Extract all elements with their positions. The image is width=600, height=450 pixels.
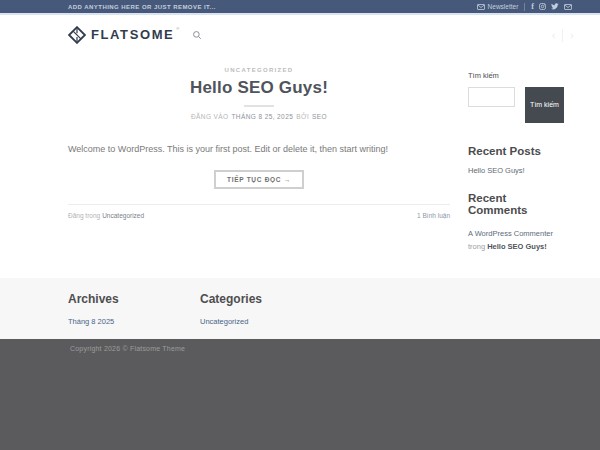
posted-in: Đăng trongUncategorized [68, 212, 146, 219]
topbar: ADD ANYTHING HERE OR JUST REMOVE IT... N… [0, 0, 600, 13]
site-logo[interactable]: FLATSOME ® [68, 26, 179, 44]
topbar-social: f [531, 3, 572, 11]
sidebar: Tìm kiếm Tìm kiếm Recent Posts Hello SEO… [468, 71, 568, 253]
sidebar-search-input[interactable] [468, 87, 515, 107]
absolute-footer: Copyright 2026 © Flatsome Theme [0, 339, 600, 450]
posted-prefix: ĐĂNG VÀO [191, 113, 229, 120]
footer-categories-widget: Categories Uncategorized [200, 292, 332, 326]
by-label: BỞI [296, 113, 309, 120]
site-header: FLATSOME ® ‹ › [0, 15, 600, 55]
chevron-right-icon[interactable]: › [570, 29, 574, 41]
recent-post-link[interactable]: Hello SEO Guys! [468, 166, 568, 175]
post-article: UNCATEGORIZED Hello SEO Guys! ĐĂNG VÀOTH… [68, 67, 450, 253]
email-icon[interactable] [564, 4, 572, 10]
recent-comment-item: A WordPress Commenter trong Hello SEO Gu… [468, 227, 568, 253]
header-secondary-controls: ‹ › [552, 15, 574, 55]
header-divider [562, 29, 563, 42]
footer-widgets: Archives Tháng 8 2025 Categories Uncateg… [0, 278, 600, 339]
post-meta: ĐĂNG VÀOTHÁNG 8 25, 2025BỞISEO [68, 113, 450, 120]
comment-post-link[interactable]: Hello SEO Guys! [487, 242, 547, 251]
sidebar-search-button[interactable]: Tìm kiếm [525, 87, 564, 123]
twitter-icon[interactable] [551, 3, 559, 10]
search-icon[interactable] [192, 30, 202, 40]
comment-author-link[interactable]: A WordPress Commenter [468, 229, 553, 238]
post-excerpt: Welcome to WordPress. This is your first… [68, 144, 450, 156]
newsletter-link[interactable]: Newsletter [477, 3, 519, 10]
categories-link[interactable]: Uncategorized [200, 317, 332, 326]
recent-comments-title: Recent Comments [468, 192, 568, 216]
footer-archives-widget: Archives Tháng 8 2025 [68, 292, 200, 326]
comments-count-link[interactable]: 1 Bình luận [417, 212, 450, 219]
registered-mark: ® [176, 26, 179, 31]
archives-title: Archives [68, 292, 200, 306]
chevron-left-icon[interactable]: ‹ [552, 29, 556, 41]
instagram-icon[interactable] [539, 3, 546, 10]
topbar-message: ADD ANYTHING HERE OR JUST REMOVE IT... [68, 4, 216, 10]
post-date-link[interactable]: THÁNG 8 25, 2025 [231, 113, 293, 120]
flatsome-diamond-icon [68, 26, 86, 44]
post-author-link[interactable]: SEO [312, 113, 327, 120]
title-divider [244, 105, 274, 107]
post-category-label[interactable]: UNCATEGORIZED [68, 67, 450, 73]
posted-in-category-link[interactable]: Uncategorized [102, 212, 144, 219]
newsletter-label: Newsletter [488, 3, 519, 10]
post-title[interactable]: Hello SEO Guys! [68, 78, 450, 98]
read-more-button[interactable]: TIẾP TỤC ĐỌC → [214, 170, 304, 189]
envelope-icon [477, 4, 485, 10]
recent-posts-title: Recent Posts [468, 145, 568, 157]
posted-in-label: Đăng trong [68, 212, 100, 219]
sidebar-search-label: Tìm kiếm [468, 71, 568, 80]
topbar-divider [524, 3, 525, 11]
post-footer-meta: Đăng trongUncategorized 1 Bình luận [68, 204, 450, 219]
brand-text: FLATSOME [91, 26, 174, 44]
categories-title: Categories [200, 292, 332, 306]
facebook-icon[interactable]: f [531, 3, 534, 11]
comment-separator: trong [468, 242, 487, 251]
archives-link[interactable]: Tháng 8 2025 [68, 317, 200, 326]
main-content: UNCATEGORIZED Hello SEO Guys! ĐĂNG VÀOTH… [0, 55, 600, 278]
copyright-text: Copyright 2026 © Flatsome Theme [70, 345, 600, 352]
topbar-right: Newsletter f [477, 3, 572, 11]
